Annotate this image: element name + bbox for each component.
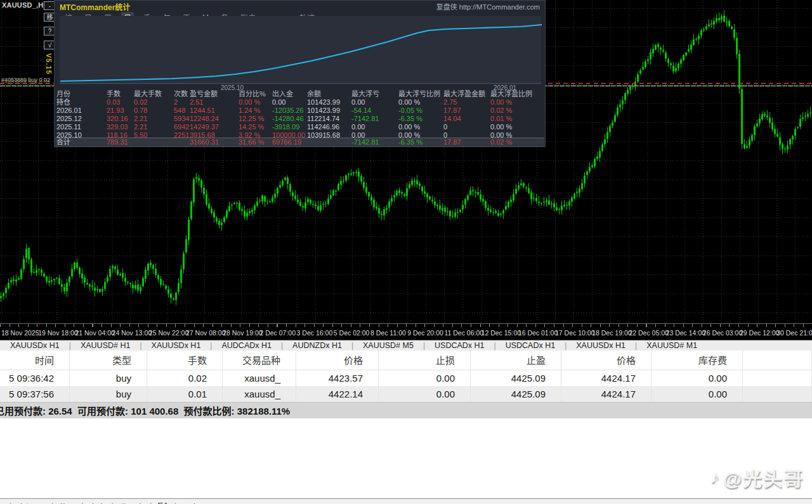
terminal-tab-市场[interactable]: 市场454 (17, 501, 45, 504)
chart-tab-xauusd--h1[interactable]: XAUUSD# H1 (81, 341, 131, 350)
stats-cell: 5934 (174, 115, 189, 123)
chart-tab-usdcadx-h1[interactable]: USDCADx H1 (506, 341, 556, 350)
stats-cell: 0.78 (134, 107, 147, 115)
chart-tab-xauusdx-h1[interactable]: XAUUSDx H1 (10, 341, 60, 350)
tab-separator: | (112, 501, 114, 504)
cell: 库存费 (652, 351, 743, 370)
cell: 5 09:36:42 (0, 370, 70, 386)
time-axis-label: 11 Dec 06:00 (444, 329, 483, 337)
panel-title: MTCommander统计 (60, 1, 130, 12)
time-axis-label: 16 Dec 01:00 (518, 329, 558, 337)
stats-cell: 合计 (56, 138, 70, 146)
time-axis-label: 2 Dec 07:00 (259, 329, 296, 337)
time-axis-label: 23 Dec 14:00 (666, 329, 705, 337)
chart-tab-xauusd--m5[interactable]: XAUUSD# M5 (363, 341, 414, 350)
tab-separator: | (210, 341, 212, 350)
time-axis-label: 17 Dec 10:00 (555, 329, 594, 337)
stats-header: 最大浮亏比例 (398, 90, 440, 98)
stats-cell: 2.75 (443, 98, 457, 107)
stats-header: 盈亏金额 (190, 90, 218, 98)
cell: buy (70, 386, 147, 402)
cell: 0.00 (652, 386, 743, 402)
cell: 0.00 (379, 386, 471, 402)
stats-cell: 0.00 % (490, 123, 512, 131)
positions-header-row: 时间类型手数交易品种价格止损止盈价格库存费 (0, 351, 812, 370)
stats-cell: 0.02 (134, 98, 147, 107)
stats-cell: 2.51 (190, 98, 203, 107)
stats-header: 最大浮盈金额 (443, 90, 485, 98)
stats-cell: 1.24 % (239, 107, 260, 115)
stats-cell: -7142.81 (351, 115, 379, 123)
stats-cell: -54.14 (351, 107, 371, 115)
stats-cell: 101423.99 (307, 98, 340, 107)
cell: 0.00 (652, 370, 743, 386)
stats-cell: 0.00 (272, 98, 285, 107)
stats-cell: -6.35 % (398, 115, 422, 123)
tab-separator: | (81, 501, 83, 504)
chart-tab-xauusdx-h1[interactable]: XAUUSDx H1 (152, 341, 201, 350)
cell: 4425.09 (471, 370, 561, 386)
time-axis-label: 9 Dec 20:00 (407, 329, 443, 337)
stats-cell: 12248.24 (190, 115, 219, 123)
chart-tab-audcadx-h1[interactable]: AUDCADx H1 (221, 341, 272, 350)
stats-cell: 112214.74 (307, 115, 339, 123)
tab-separator: | (423, 341, 425, 350)
tab-separator: | (635, 341, 637, 350)
stats-cell: -7142.81 (351, 138, 379, 146)
stats-cell: 114246.96 (307, 123, 339, 131)
tab-separator: | (351, 341, 353, 350)
stats-header: 最大浮亏 (351, 90, 379, 98)
margin-status-text: 已用预付款: 26.54 可用预付款: 101 400.68 预付款比例: 38… (0, 404, 290, 417)
watermark: ♪ @光头哥 (710, 463, 804, 491)
time-axis-label: 5 Dec 02:00 (334, 329, 370, 337)
stats-header: 手数 (107, 90, 121, 98)
stats-cell: 0.00 % (398, 123, 420, 131)
time-axis-ruler (0, 324, 812, 327)
cell: 4422.14 (296, 386, 379, 402)
cell: 交易品种 (223, 351, 296, 370)
stats-header: 最大手数 (134, 90, 162, 98)
time-axis-label: 29 Dec 12:00 (740, 329, 779, 337)
music-note-icon: ♪ (709, 467, 720, 488)
terminal-tab-文章[interactable]: 文章 (89, 501, 106, 504)
terminal-tab-日志[interactable]: 日志 (182, 501, 199, 504)
terminal-tab-信号[interactable]: 信号 (59, 501, 75, 504)
time-axis[interactable]: 18 Nov 202519 Nov 18:0021 Nov 04:0024 No… (0, 323, 812, 340)
chart-tab-xauusdx-h1[interactable]: XAUUSDx H1 (576, 341, 625, 350)
stats-cell: 0.00 % (398, 98, 420, 107)
stats-cell: -3918.09 (272, 123, 299, 131)
stats-header: 百分比% (239, 90, 266, 98)
terminal-tab-EA[interactable]: EA (157, 501, 168, 504)
terminal-tab-代码库[interactable]: 代码库 (119, 501, 144, 504)
chart-tab-audnzdx-h1[interactable]: AUDNZDx H1 (292, 341, 342, 350)
stats-cell: 6942 (174, 123, 189, 131)
mtcommander-panel[interactable]: MTCommander统计 复盘侠 http://MTCommander.com… (54, 0, 546, 147)
time-axis-label: 21 Nov 04:00 (75, 329, 114, 337)
stats-header: 月份 (56, 90, 70, 98)
time-axis-label: 30 Dec 21:00 (776, 329, 812, 337)
symbol-tab-bar: XAUUSDx H1|XAUUSD# H1|XAUUSDx H1|AUDCADx… (0, 340, 812, 351)
stats-cell: -14280.46 (272, 115, 304, 123)
terminal-tab-bar: |市场454|信号|文章|代码库|EA|日志 (0, 498, 812, 504)
time-axis-label: 27 Nov 08:00 (186, 329, 225, 337)
tab-separator: | (150, 501, 152, 504)
cell (743, 351, 812, 370)
watermark-text: @光头哥 (723, 463, 804, 491)
chart-tab-usdcadx-h1[interactable]: USDCADx H1 (435, 341, 485, 350)
stats-cell: 2026.01 (56, 107, 82, 115)
panel-site-link[interactable]: 复盘侠 http://MTCommander.com (436, 1, 540, 11)
time-axis-label: 26 Dec 03:00 (703, 329, 742, 337)
stats-cell: 0 (443, 123, 447, 131)
position-row[interactable]: 5 09:37:56buy0.01xauusd_4422.140.004425.… (0, 386, 812, 402)
version-label: V5.15 (45, 53, 53, 75)
cell: buy (70, 370, 147, 386)
chart-tab-xauusd--m1[interactable]: XAUUSD# M1 (646, 341, 697, 350)
time-axis-label: 18 Dec 19:00 (592, 329, 631, 337)
cell: 4423.57 (296, 370, 379, 386)
panel-titlebar[interactable]: MTCommander统计 复盘侠 http://MTCommander.com (55, 1, 545, 12)
stats-cell: 789.31 (107, 138, 128, 146)
stats-cell: 101423.99 (307, 107, 340, 115)
position-row[interactable]: 5 09:36:42buy0.02xauusd_4423.570.004425.… (0, 370, 812, 386)
tab-separator: | (10, 501, 11, 504)
tab-separator: | (69, 341, 71, 350)
